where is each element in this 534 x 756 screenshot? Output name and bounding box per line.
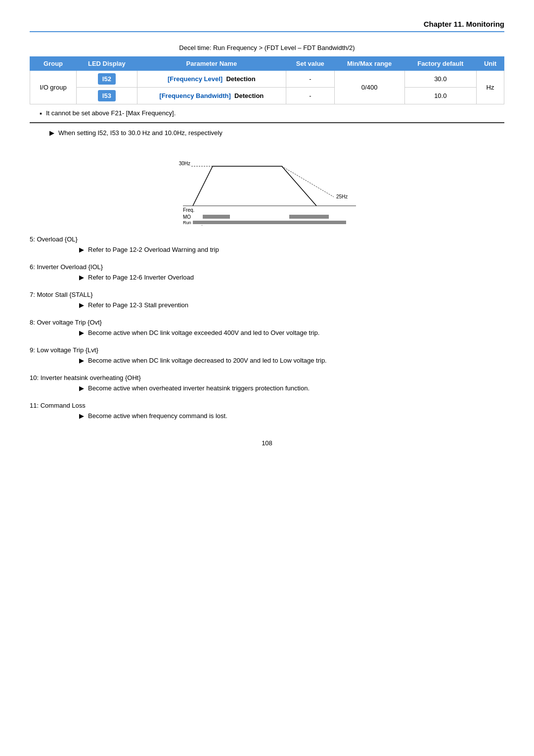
col-header-factory: Factory default [404, 57, 477, 71]
section-10-bullet: Become active when overheated inverter h… [79, 384, 504, 392]
col-header-unit: Unit [477, 57, 504, 71]
section-7-title: 7: Motor Stall {STALL} [30, 291, 504, 298]
freq-diagram-container: 30Hz 25Hz Freq. MO Run command [163, 146, 371, 226]
set-value-i53: - [286, 88, 334, 104]
col-header-group: Group [30, 57, 77, 71]
factory-i52: 30.0 [404, 71, 477, 88]
when-setting: When setting I52, I53 to 30.0 Hz and 10.… [49, 129, 504, 137]
param-detection-i52: Detection [226, 75, 255, 83]
page-number: 108 [30, 439, 504, 447]
param-name-i52: [Frequency Level] Detection [137, 71, 286, 88]
svg-rect-4 [289, 215, 329, 219]
section-7-bullet: Refer to Page 12-3 Stall prevention [79, 301, 504, 309]
param-detection-i53: Detection [234, 92, 264, 99]
numbered-sections: 5: Overload {OL} Refer to Page 12-2 Over… [30, 236, 504, 420]
freq-diagram-svg: 30Hz 25Hz Freq. MO Run command [163, 146, 371, 226]
table-row-i53: I53 [Frequency Bandwidth] Detection - 10… [30, 88, 504, 104]
label-command: command [183, 225, 203, 226]
col-header-minmax: Min/Max range [334, 57, 404, 71]
set-value-i52: - [286, 71, 334, 88]
note-bullet: It cannot be set above F21- [Max Frequen… [40, 109, 504, 117]
minmax-cell: 0/400 [334, 71, 404, 104]
table-row: I/O group I52 [Frequency Level] Detectio… [30, 71, 504, 88]
decel-title: Decel time: Run Frequency > (FDT Level –… [30, 44, 504, 51]
led-cell-i53: I53 [77, 88, 137, 104]
section-6-title: 6: Inverter Overload {IOL} [30, 263, 504, 271]
section-divider [30, 122, 504, 123]
led-display-i52: I52 [98, 73, 116, 85]
section-8-bullet: Become active when DC link voltage excee… [79, 329, 504, 336]
svg-line-1 [282, 166, 334, 197]
led-display-i53: I53 [98, 90, 116, 101]
section-5-bullet: Refer to Page 12-2 Overload Warning and … [79, 246, 504, 253]
section-9-title: 9: Low voltage Trip {Lvt} [30, 346, 504, 354]
label-25hz: 25Hz [336, 194, 348, 199]
col-header-param: Parameter Name [137, 57, 286, 71]
unit-cell: Hz [477, 71, 504, 104]
factory-i53: 10.0 [404, 88, 477, 104]
params-table: Group LED Display Parameter Name Set val… [30, 56, 504, 104]
section-8-title: 8: Over voltage Trip {Ovt} [30, 319, 504, 326]
section-9-bullet: Become active when DC link voltage decre… [79, 357, 504, 364]
section-5-title: 5: Overload {OL} [30, 236, 504, 243]
svg-rect-3 [203, 215, 230, 219]
led-cell-i52: I52 [77, 71, 137, 88]
col-header-set: Set value [286, 57, 334, 71]
section-10-title: 10: Inverter heatsink overheating {OHt} [30, 374, 504, 381]
param-bracket-i52: [Frequency Level] [168, 75, 222, 83]
chapter-header: Chapter 11. Monitoring [30, 20, 504, 32]
section-11-title: 11: Command Loss [30, 402, 504, 409]
param-name-i53: [Frequency Bandwidth] Detection [137, 88, 286, 104]
param-bracket-i53: [Frequency Bandwidth] [159, 92, 230, 99]
label-30hz: 30Hz [179, 161, 190, 166]
label-mo: MO [183, 214, 191, 220]
svg-rect-5 [193, 221, 346, 224]
section-6-bullet: Refer to Page 12-6 Inverter Overload [79, 274, 504, 281]
group-cell: I/O group [30, 71, 77, 104]
col-header-led: LED Display [77, 57, 137, 71]
label-freq: Freq. [183, 207, 194, 213]
section-11-bullet: Become active when frequency command is … [79, 412, 504, 420]
